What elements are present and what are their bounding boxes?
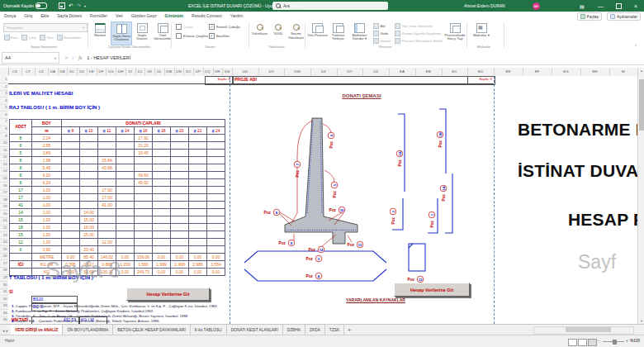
cell[interactable]: 2,468 [171,260,189,268]
cell[interactable]: 43,68 [98,164,116,171]
cell[interactable] [153,178,171,186]
cell[interactable]: 15,00 [80,216,98,223]
cell[interactable] [207,164,225,171]
column-header-CX[interactable]: CX [8,68,22,75]
restore-button[interactable] [616,0,622,12]
column-header-DW[interactable]: DW [284,68,311,75]
cell[interactable]: 3,90 [32,245,62,253]
column-header-DU[interactable]: DU [232,68,259,75]
cell[interactable] [116,193,135,201]
cell[interactable] [189,164,207,171]
cell[interactable] [80,238,98,245]
normal-view-icon[interactable] [568,339,577,346]
cell[interactable]: 6 [10,245,32,253]
metraj-table[interactable]: ADETBOYDONATI ÇAPLARImφ 8φ 10φ 12φ 14φ 1… [9,119,225,276]
goto-hesap-button-left[interactable]: Hesap Verilerine Git [126,288,210,301]
cell[interactable]: 1,00 [32,208,62,216]
cell[interactable] [171,149,189,156]
cell[interactable] [153,223,171,231]
avatar[interactable]: AE [533,0,540,12]
cell[interactable] [171,201,189,208]
cell[interactable]: 17,00 [98,193,116,201]
cell[interactable] [207,134,225,141]
cell[interactable]: DONATI ÇAPLARI [62,119,225,126]
scroll-up-icon[interactable]: ▲ [638,69,644,73]
cell[interactable]: 1,580 [135,260,153,268]
cell[interactable]: 8 [10,156,32,164]
undo-icon[interactable]: ↶ [69,2,73,9]
cell[interactable] [171,178,189,186]
cell[interactable]: 17,00 [98,186,116,193]
cell[interactable]: 1,00 [32,186,62,193]
view-button-normal[interactable]: Normal [90,21,110,44]
column-header-EI[interactable]: EI [609,68,638,75]
column-header-EE[interactable]: EE [494,68,523,75]
cell[interactable] [189,156,207,164]
column-header-CZ[interactable]: CZ [35,68,49,75]
cell[interactable] [153,156,171,164]
cell[interactable]: 8 [10,178,32,186]
cell[interactable]: 15,84 [98,156,116,164]
cell[interactable] [189,231,207,238]
cell[interactable] [62,186,80,193]
cell[interactable] [116,171,135,178]
cell[interactable] [207,201,225,208]
cell[interactable] [171,171,189,178]
window-small-göster[interactable]: Göster [373,38,391,44]
cell[interactable] [207,149,225,156]
cell[interactable]: φ 24 [207,126,225,134]
column-header-EG[interactable]: EG [552,68,581,75]
close-button[interactable]: × [634,0,637,12]
cell[interactable]: 0,00 [153,268,171,275]
cell[interactable] [62,223,80,231]
cell[interactable]: 15 [10,231,32,238]
cell[interactable]: 23,40 [80,245,98,253]
cell[interactable] [10,253,32,260]
cell[interactable] [80,149,98,156]
ribbon-tab-yardım[interactable]: Yardım [226,12,248,21]
cell[interactable]: 1,00 [32,238,62,245]
sheet-canvas[interactable]: Sayfa: 8 PROJE ADI Sayfa: 9 İLERİ VE MAL… [8,76,637,324]
cell[interactable]: 0,00 [207,268,225,275]
cell[interactable]: 19,45 [135,149,153,156]
sheet-view-button-çıkış[interactable]: Çıkış [21,35,36,40]
cell[interactable]: 0,00 [171,268,189,275]
cell[interactable]: 8 [10,134,32,141]
cell[interactable]: 0,00 [207,253,225,260]
cell[interactable] [80,134,98,141]
cell[interactable]: İĞİ [10,260,32,268]
cell[interactable] [189,238,207,245]
cell[interactable]: 18 [10,223,32,231]
cell[interactable] [153,149,171,156]
vertical-scroll-thumb[interactable] [639,79,644,131]
cell[interactable]: 6,20 [32,171,62,178]
share-button[interactable]: Paylaş [577,12,602,21]
cell[interactable]: 41 [10,201,32,208]
cell[interactable] [116,245,135,253]
cell[interactable] [153,193,171,201]
cell[interactable]: φ 22 [189,126,207,134]
cell[interactable] [153,245,171,253]
cell[interactable] [116,223,135,231]
macros-button[interactable]: Makrolar ▾ [471,21,492,44]
cell[interactable] [62,238,80,245]
cell[interactable]: φ 20 [171,126,189,134]
cell[interactable]: 12,00 [98,238,116,245]
user-name[interactable]: Ahmet Erdem DURAN [464,0,505,12]
window-small-böl[interactable]: Böl [373,23,386,29]
cell[interactable] [80,201,98,208]
goto-hesap-button-right[interactable]: Hesap Verilerine Git [394,283,470,297]
cell[interactable]: 17 [10,193,32,201]
cell[interactable]: 249,73 [135,268,153,275]
check-başlıklar[interactable]: ✓Başlıklar [209,33,230,39]
cell[interactable] [207,208,225,216]
cell[interactable] [153,141,171,149]
cell[interactable]: 17 [10,186,32,193]
column-header-EA[interactable]: EA [389,68,416,75]
switch-windows-button[interactable]: Pencerelerde Geçiş Yap [444,21,466,44]
cell[interactable]: 15,00 [80,231,98,238]
cell[interactable]: 2,24 [32,134,62,141]
scroll-down-icon[interactable]: ▼ [638,319,644,323]
sheet-view-button-koru[interactable]: Koru [4,35,18,40]
cell[interactable]: φ 8 [62,126,80,134]
